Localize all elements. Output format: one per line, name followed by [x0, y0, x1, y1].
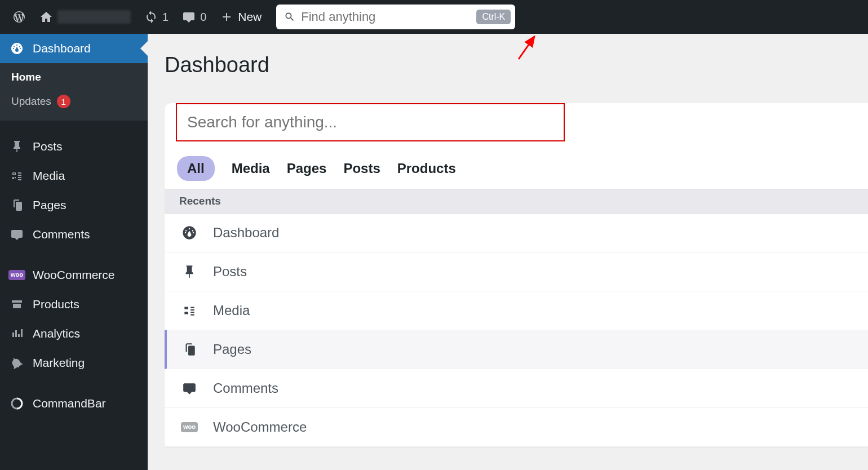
admin-bar: 1 0 New Ctrl-K [0, 0, 868, 34]
recent-posts-label: Posts [213, 264, 247, 280]
new-label: New [238, 10, 262, 24]
recents-header: Recents [165, 189, 868, 214]
top-search-input[interactable] [301, 10, 476, 24]
recent-media-label: Media [213, 303, 250, 318]
new-item[interactable]: New [213, 0, 268, 34]
menu-dashboard-label: Dashboard [33, 42, 91, 55]
menu-marketing-label: Marketing [33, 356, 85, 370]
filter-tabs: All Media Pages Posts Products [165, 156, 868, 181]
commandbar-icon [10, 397, 24, 410]
admin-sidebar: Dashboard Home Updates 1 Posts Media Pag… [0, 34, 148, 470]
big-search-input[interactable] [187, 113, 553, 131]
menu-posts[interactable]: Posts [0, 132, 148, 161]
plus-icon [220, 10, 233, 24]
search-icon [284, 11, 295, 23]
updates-badge: 1 [57, 95, 70, 108]
recent-woocommerce-label: WooCommerce [213, 419, 307, 435]
refresh-count: 1 [162, 11, 169, 24]
wordpress-logo[interactable] [6, 0, 33, 34]
menu-comments-label: Comments [33, 228, 90, 241]
main-content: Dashboard All Media Pages Posts Products… [148, 34, 868, 470]
recent-comments-label: Comments [213, 380, 278, 396]
marketing-icon [10, 356, 24, 370]
tab-pages[interactable]: Pages [287, 157, 327, 180]
tab-all[interactable]: All [177, 156, 215, 181]
menu-products[interactable]: Products [0, 290, 148, 319]
woocommerce-icon: woo [181, 419, 197, 435]
wordpress-icon [12, 10, 26, 24]
menu-media[interactable]: Media [0, 161, 148, 190]
menu-media-label: Media [33, 169, 65, 183]
products-icon [10, 298, 24, 311]
submenu-updates-label: Updates [11, 95, 51, 108]
refresh-item[interactable]: 1 [138, 0, 175, 34]
recent-comments[interactable]: Comments [165, 369, 868, 408]
top-search[interactable]: Ctrl-K [276, 5, 515, 29]
site-home[interactable] [33, 0, 138, 34]
pages-icon [10, 198, 24, 212]
site-name-redacted [57, 10, 131, 24]
menu-comments[interactable]: Comments [0, 220, 148, 249]
recent-posts[interactable]: Posts [165, 252, 868, 291]
submenu-home-label: Home [11, 71, 41, 83]
menu-dashboard[interactable]: Dashboard [0, 34, 148, 63]
pages-icon [181, 342, 197, 357]
search-shortcut: Ctrl-K [476, 10, 511, 24]
tab-products[interactable]: Products [397, 157, 456, 180]
refresh-icon [144, 10, 158, 24]
pin-icon [10, 140, 24, 153]
menu-analytics-label: Analytics [33, 327, 80, 340]
dashboard-submenu: Home Updates 1 [0, 63, 148, 121]
big-search[interactable] [176, 103, 565, 141]
dashboard-icon [181, 225, 197, 241]
menu-analytics[interactable]: Analytics [0, 319, 148, 348]
submenu-home[interactable]: Home [0, 65, 148, 89]
comments-icon [181, 380, 197, 396]
comment-count: 0 [200, 11, 206, 24]
home-icon [39, 10, 53, 24]
recent-media[interactable]: Media [165, 291, 868, 330]
media-icon [181, 303, 197, 318]
menu-marketing[interactable]: Marketing [0, 348, 148, 378]
menu-pages-label: Pages [33, 198, 67, 212]
tab-posts[interactable]: Posts [343, 157, 380, 180]
submenu-updates[interactable]: Updates 1 [0, 89, 148, 114]
dashboard-icon [10, 42, 24, 55]
menu-woocommerce-label: WooCommerce [33, 268, 114, 282]
media-icon [10, 169, 24, 183]
comments-icon [10, 228, 24, 241]
recent-dashboard-label: Dashboard [213, 225, 279, 241]
recent-pages[interactable]: Pages [165, 330, 868, 369]
menu-products-label: Products [33, 298, 79, 311]
woocommerce-icon: woo [10, 268, 24, 282]
comments-item[interactable]: 0 [175, 0, 213, 34]
menu-commandbar[interactable]: CommandBar [0, 389, 148, 418]
menu-pages[interactable]: Pages [0, 190, 148, 220]
menu-posts-label: Posts [33, 140, 63, 153]
recent-dashboard[interactable]: Dashboard [165, 214, 868, 252]
recent-pages-label: Pages [213, 342, 251, 357]
pin-icon [181, 264, 197, 280]
comment-icon [182, 10, 196, 24]
recent-woocommerce[interactable]: woo WooCommerce [165, 408, 868, 447]
command-card: All Media Pages Posts Products Recents D… [165, 103, 868, 447]
svg-point-0 [14, 173, 15, 174]
page-title: Dashboard [165, 34, 868, 91]
tab-media[interactable]: Media [232, 157, 270, 180]
menu-woocommerce[interactable]: woo WooCommerce [0, 260, 148, 290]
menu-commandbar-label: CommandBar [33, 397, 106, 410]
analytics-icon [10, 327, 24, 340]
